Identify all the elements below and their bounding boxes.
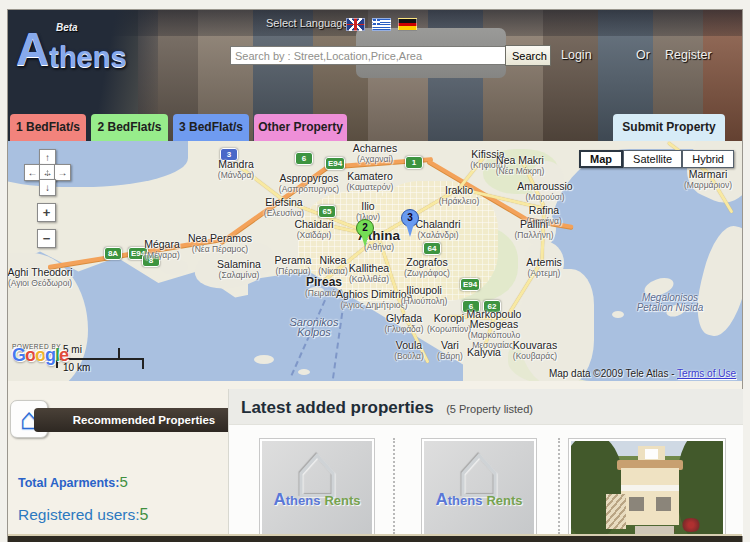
map-type-button[interactable]: Hybrid [682, 150, 734, 168]
uk-flag-icon[interactable] [346, 18, 365, 31]
google-letter: o [25, 345, 35, 365]
attribution-text: Map data ©2009 Tele Atlas - [549, 368, 677, 379]
map-type-button[interactable]: Satellite [623, 150, 682, 168]
google-letter: g [45, 345, 55, 365]
property-card-placeholder-1[interactable]: ⌂ AthensRents [259, 438, 375, 536]
road-shield: E94 [460, 278, 480, 291]
latest-properties-title: Latest added properties [241, 398, 434, 417]
pan-right-button[interactable]: → [54, 164, 71, 181]
map-place-label: Marmari (Μαρμάριον) [684, 169, 732, 190]
zoom-out-button[interactable]: − [37, 229, 56, 248]
submit-property-tab[interactable]: Submit Property [613, 114, 725, 141]
map-place-label: Zografos (Ζωγράφος) [404, 257, 450, 278]
map-type-switcher: Map Satellite Hybrid [579, 150, 734, 168]
property-tabs: 1 BedFlat/s 2 BedFlat/s 3 BedFlat/s Othe… [10, 114, 347, 141]
map-place-label: Kouvaras (Κουβαράς) [513, 340, 557, 361]
map-type-button[interactable]: Map [579, 150, 623, 168]
terms-of-use-link[interactable]: Terms of Use [677, 368, 736, 379]
register-link[interactable]: Register [665, 48, 712, 62]
map-attribution: Map data ©2009 Tele Atlas - Terms of Use [549, 368, 736, 379]
site-stats: Total Aparments:5 Registered users:5 [18, 473, 148, 524]
map-place-label: Pallini (Παλλήνη) [515, 219, 554, 240]
site-logo[interactable]: Athens Athens Beta [16, 26, 127, 72]
map-place-label: Elefsina (Ελευσίνα) [264, 197, 304, 218]
card-separator [393, 438, 395, 534]
map-place-label: Mandra (Μάνδρα) [218, 159, 254, 180]
property-map-marker[interactable]: 3 [401, 209, 420, 239]
card-separator [558, 438, 560, 534]
property-tab[interactable]: 1 BedFlat/s [10, 114, 86, 141]
map-place-label: Artemis (Άρτεμη) [526, 257, 562, 278]
map-place-label: Saronikos Kolpos [278, 317, 350, 338]
map-place-label: Salamina (Σαλαμίνα) [217, 259, 261, 280]
property-card-placeholder-2[interactable]: ⌂ AthensRents [421, 438, 537, 536]
map-place-label: Vari (Βάρη) [437, 340, 463, 361]
germany-flag-icon[interactable] [398, 18, 417, 31]
map-place-label: Glyfada (Γλυφάδα) [384, 313, 423, 334]
google-letter: o [35, 345, 45, 365]
google-letter: G [12, 345, 25, 365]
map-place-label: Chaidari (Χαϊδάρι) [294, 219, 333, 240]
map-scale-bar: 5 mi 10 km [56, 341, 148, 377]
stat-row: Total Aparments:5 [18, 473, 148, 491]
property-count: (5 Property listed) [446, 403, 533, 415]
select-language-label: Select Language [266, 17, 349, 29]
latest-properties-panel: Latest added properties (5 Property list… [228, 389, 743, 536]
map-place-label: Kamatero (Καματερόν) [347, 171, 394, 192]
logo-rest: thens [49, 41, 126, 73]
login-link[interactable]: Login [561, 48, 592, 62]
search-input[interactable] [230, 46, 506, 65]
map-place-label: Nea Makri (Νέα Μάκρη) [496, 155, 545, 176]
map-place-label: Amaroussio (Μαρούσι) [517, 181, 572, 202]
search-button[interactable]: Search [505, 45, 551, 66]
map-place-label: Acharnes (Αχαρναί) [353, 143, 397, 164]
road-shield: 8A [104, 247, 122, 260]
map-place-label: Perama (Πέραμα) [275, 255, 312, 276]
map-place-label: Nea Peramos (Νέα Πέραμος) [188, 233, 252, 254]
logo-a: A [16, 23, 49, 75]
recommended-properties-button[interactable]: Recommended Properties [34, 408, 240, 432]
property-photo [571, 441, 723, 535]
footer-bar [8, 534, 742, 542]
road-shield: 6 [295, 152, 313, 165]
page: Athens Athens Beta Select Language Searc… [7, 9, 743, 542]
map-place-label: Iraklio (Ηράκλειο) [439, 185, 479, 206]
property-map-marker[interactable]: 2 [356, 219, 375, 249]
map-place-label: Mégara (Μέγαρα) [144, 239, 180, 260]
map-place-label: Nikea (Νίκαια) [318, 255, 348, 276]
map-place-label: Chalandri (Χαλάνδρι) [416, 219, 461, 240]
map[interactable]: 3 6 E94 1 65 64 8A E94 8 E94 6 62 [8, 141, 742, 381]
property-tab[interactable]: 3 BedFlat/s [173, 114, 249, 141]
map-place-label: Aghi Theodori (Αγιοι Θεόδωροι) [8, 267, 78, 288]
bottom-section: ⌂ Recommended Properties Total Aparments… [8, 381, 742, 536]
latest-properties-header: Latest added properties (5 Property list… [229, 389, 743, 425]
or-label: Or [636, 48, 650, 62]
property-tab[interactable]: Other Property [254, 114, 347, 141]
google-logo: POWERED BY Google [12, 343, 68, 359]
map-place-label: Kalyvia [467, 347, 501, 358]
watermark: AthensRents [424, 490, 534, 510]
property-tab[interactable]: 2 BedFlat/s [91, 114, 168, 141]
road-shield: 1 [405, 156, 423, 169]
stat-row: Registered users:5 [18, 506, 148, 524]
beta-label: Beta [56, 22, 78, 33]
road-shield: E94 [325, 157, 345, 170]
property-card-photo[interactable] [568, 438, 726, 536]
greece-flag-icon[interactable] [372, 18, 391, 31]
road-shield: 64 [423, 242, 441, 255]
watermark: AthensRents [262, 490, 372, 510]
map-place-label: Voula (Βούλα) [394, 340, 424, 361]
map-place-label: Aspropyrgos (Ασπρόπυργος) [279, 173, 339, 194]
road-shield: 65 [318, 205, 336, 218]
map-place-label: Kallithea (Καλλιθέα) [349, 263, 389, 284]
map-place-label: Ilioupoli (Ηλιούπολη) [401, 285, 448, 306]
zoom-in-button[interactable]: + [37, 203, 56, 222]
pan-down-button[interactable]: ↓ [39, 179, 56, 196]
map-place-label: Megalonisos Petalion Nisida [624, 293, 716, 314]
google-letter: e [59, 345, 68, 365]
